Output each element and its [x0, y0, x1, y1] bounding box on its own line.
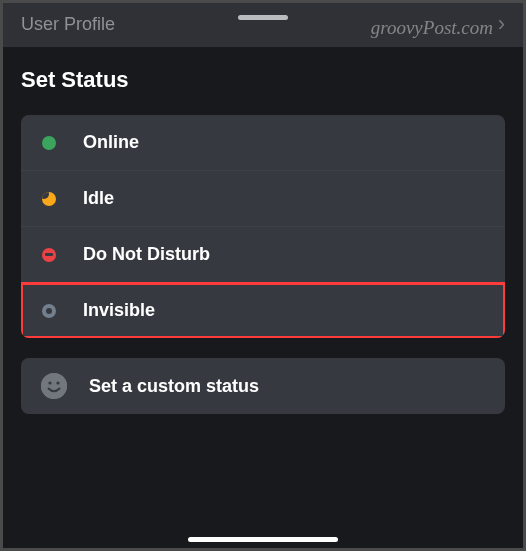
- set-custom-status-button[interactable]: Set a custom status: [21, 358, 505, 414]
- svg-point-0: [41, 373, 67, 399]
- status-option-idle[interactable]: Idle: [21, 171, 505, 227]
- smiley-icon: [41, 373, 67, 399]
- status-label: Idle: [83, 188, 114, 209]
- svg-point-2: [56, 381, 59, 384]
- home-indicator: [188, 537, 338, 542]
- chevron-right-icon[interactable]: ›: [498, 11, 505, 37]
- sheet-header: Set Status: [3, 47, 523, 109]
- invisible-icon: [41, 303, 57, 319]
- drag-handle[interactable]: [238, 15, 288, 20]
- dnd-icon: [41, 247, 57, 263]
- svg-point-1: [48, 381, 51, 384]
- top-bar: User Profile ›: [3, 3, 523, 47]
- status-list: Online Idle Do Not Disturb Invisible: [21, 115, 505, 338]
- custom-status-label: Set a custom status: [89, 376, 259, 397]
- status-option-online[interactable]: Online: [21, 115, 505, 171]
- status-label: Invisible: [83, 300, 155, 321]
- status-option-invisible[interactable]: Invisible: [21, 283, 505, 338]
- user-profile-title: User Profile: [21, 14, 115, 35]
- status-option-dnd[interactable]: Do Not Disturb: [21, 227, 505, 283]
- set-status-title: Set Status: [21, 67, 505, 93]
- online-icon: [41, 135, 57, 151]
- idle-icon: [41, 191, 57, 207]
- status-label: Online: [83, 132, 139, 153]
- status-label: Do Not Disturb: [83, 244, 210, 265]
